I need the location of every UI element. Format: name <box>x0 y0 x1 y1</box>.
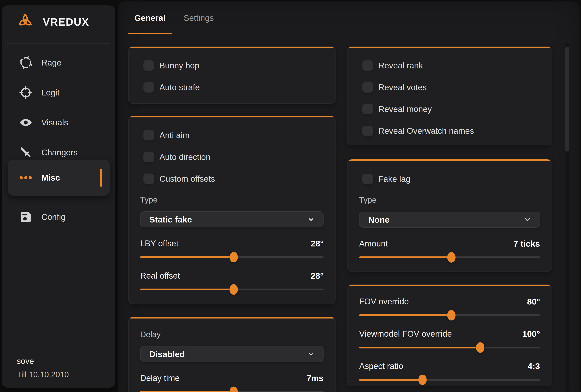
type-label: Type <box>359 195 540 205</box>
subscription-expiry: Till 10.10.2010 <box>17 370 69 380</box>
checkbox-label: Auto direction <box>160 152 210 162</box>
app-window: VREDUX Rage <box>0 0 581 392</box>
checkbox-label: Reveal rank <box>378 61 423 70</box>
slider-label: Amount <box>359 239 388 248</box>
checkbox-label: Anti aim <box>160 130 190 140</box>
slider-label: LBY offset <box>140 238 178 248</box>
checkbox-label: Reveal votes <box>378 82 427 92</box>
sidebar-item-visuals[interactable]: Visuals <box>2 111 115 134</box>
checkbox-row-reveal-votes[interactable]: Reveal votes <box>359 76 540 98</box>
checkbox-label: Reveal Overwatch names <box>378 126 474 136</box>
checkbox[interactable] <box>362 60 373 71</box>
checkbox-label: Auto strafe <box>160 82 200 92</box>
checkbox[interactable] <box>144 60 154 71</box>
checkbox[interactable] <box>362 82 373 92</box>
sidebar-item-config[interactable]: Config <box>2 205 115 229</box>
slider-value: 7 ticks <box>514 239 540 249</box>
slider-thumb[interactable] <box>230 387 238 392</box>
brand: VREDUX <box>16 12 89 31</box>
checkbox[interactable] <box>362 126 373 136</box>
checkbox[interactable] <box>144 152 154 162</box>
slider-fill <box>359 379 422 381</box>
aspect-ratio-slider[interactable] <box>359 375 540 385</box>
slider-head: Real offset 28° <box>140 270 324 282</box>
eye-icon <box>18 115 33 130</box>
sidebar-divider <box>7 43 110 43</box>
checkbox[interactable] <box>362 174 373 184</box>
fakelag-type-dropdown[interactable]: None <box>359 212 540 228</box>
panel-fov: FOV override 80° Viewmodel FOV override … <box>347 284 552 386</box>
slider-fill <box>140 256 234 258</box>
slider-head: Delay time 7ms <box>140 372 324 384</box>
triquetra-knot-icon <box>16 12 35 31</box>
slider-value: 4:3 <box>528 361 540 371</box>
scrollbar-thumb[interactable] <box>565 47 570 152</box>
checkbox-label: Custom offsets <box>160 174 215 184</box>
delay-dropdown[interactable]: Disabled <box>140 346 324 362</box>
sidebar-item-label: Changers <box>42 148 78 157</box>
slider-thumb[interactable] <box>447 252 456 263</box>
slider-fill <box>359 314 451 316</box>
checkbox-label: Bunny hop <box>160 61 199 70</box>
slider-fill <box>140 391 234 392</box>
tab-bar: General Settings <box>128 10 220 34</box>
delay-time-slider[interactable] <box>140 386 324 392</box>
slider-thumb[interactable] <box>230 284 238 295</box>
delay-label: Delay <box>140 329 324 340</box>
slider-head: Viewmodel FOV override 100° <box>359 328 540 340</box>
slider-value: 100° <box>522 329 540 339</box>
slider-value: 28° <box>311 271 324 281</box>
real-offset-slider[interactable] <box>140 284 324 295</box>
sidebar-item-legit[interactable]: Legit <box>2 81 115 104</box>
lby-offset-slider[interactable] <box>140 252 324 263</box>
checkbox-row-reveal-money[interactable]: Reveal money <box>359 98 540 120</box>
sidebar-item-rage[interactable]: Rage <box>2 51 115 74</box>
slider-label: Real offset <box>140 271 180 281</box>
checkbox[interactable] <box>144 130 154 140</box>
slider-rail <box>359 347 540 349</box>
slider-thumb[interactable] <box>447 310 456 321</box>
slider-label: Viewmodel FOV override <box>359 329 452 339</box>
slider-thumb[interactable] <box>476 342 484 353</box>
slider-thumb[interactable] <box>418 375 427 385</box>
slider-thumb[interactable] <box>230 252 238 262</box>
sword-icon <box>18 145 33 160</box>
checkbox-row-auto-strafe[interactable]: Auto strafe <box>140 76 324 98</box>
checkbox-row-auto-direction[interactable]: Auto direction <box>140 146 324 168</box>
dropdown-value: Disabled <box>149 349 307 359</box>
checkbox-label: Reveal money <box>378 104 432 114</box>
panel-fakelag: Fake lag Type None Amount 7 ticks <box>347 159 552 272</box>
fakelag-amount-slider[interactable] <box>359 252 540 263</box>
sidebar-item-misc[interactable]: Misc <box>8 160 110 196</box>
slider-fill <box>140 289 234 290</box>
checkbox-label: Fake lag <box>378 174 410 184</box>
brand-title: VREDUX <box>43 16 89 28</box>
sidebar-item-label: Visuals <box>42 118 68 127</box>
slider-value: 7ms <box>306 373 324 383</box>
slider-head: Amount 7 ticks <box>359 238 540 249</box>
slider-value: 80° <box>527 297 540 307</box>
fov-override-slider[interactable] <box>359 310 540 321</box>
chevron-down-icon <box>307 215 315 224</box>
slider-label: Delay time <box>140 373 180 383</box>
checkbox-row-bunny-hop[interactable]: Bunny hop <box>140 55 324 76</box>
checkbox[interactable] <box>144 82 154 92</box>
panel-movement: Bunny hop Auto strafe <box>128 46 336 104</box>
slider-fill <box>359 347 480 349</box>
username: sove <box>17 356 69 366</box>
checkbox-row-custom-offsets[interactable]: Custom offsets <box>140 168 324 190</box>
tab-settings[interactable]: Settings <box>177 10 220 34</box>
dropdown-value: None <box>368 215 523 225</box>
checkbox-row-reveal-overwatch-names[interactable]: Reveal Overwatch names <box>359 120 540 142</box>
checkbox[interactable] <box>144 173 154 184</box>
checkbox-row-reveal-rank[interactable]: Reveal rank <box>359 55 540 76</box>
tab-general[interactable]: General <box>128 10 172 34</box>
sidebar-item-label: Rage <box>42 58 61 67</box>
sidebar-item-label: Legit <box>42 88 60 97</box>
checkbox-row-anti-aim[interactable]: Anti aim <box>140 124 324 146</box>
checkbox[interactable] <box>362 104 373 114</box>
three-dots-icon <box>18 170 33 185</box>
viewmodel-fov-slider[interactable] <box>359 342 540 353</box>
checkbox-row-fake-lag[interactable]: Fake lag <box>359 168 540 190</box>
antiaim-type-dropdown[interactable]: Static fake <box>140 211 324 227</box>
